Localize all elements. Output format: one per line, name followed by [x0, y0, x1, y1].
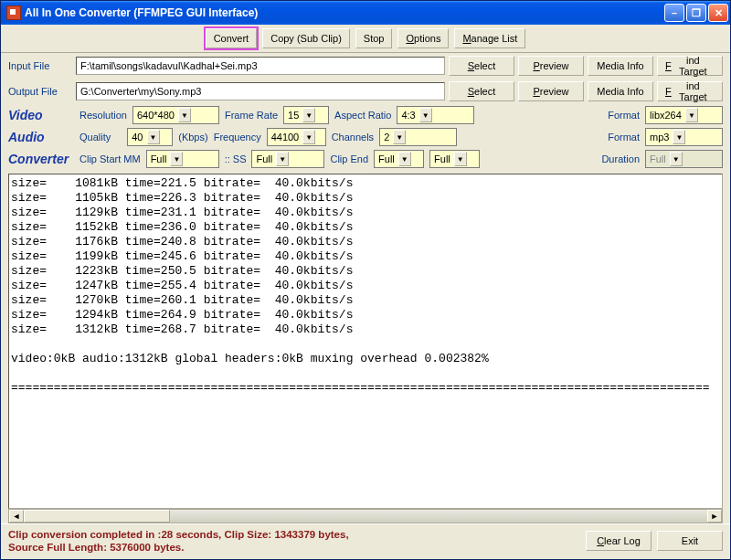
main-toolbar: Convert Copy (Sub Clip) Stop Options Man… [1, 25, 730, 53]
output-file-row: Output File Select Preview Media Info Fi… [1, 79, 730, 104]
clipend-label: Clip End [330, 153, 368, 164]
scroll-thumb[interactable] [24, 510, 170, 523]
clipend-ss-combo[interactable]: Full▼ [429, 150, 480, 168]
framerate-label: Frame Rate [225, 110, 278, 121]
scroll-track[interactable] [24, 510, 707, 523]
output-findtarget-button[interactable]: Find Target [657, 81, 723, 101]
titlebar: All In One Converter (FFMPEG GUI Interfa… [1, 1, 730, 25]
resolution-label: Resolution [79, 110, 127, 121]
window-title: All In One Converter (FFMPEG GUI Interfa… [25, 6, 664, 19]
chevron-down-icon: ▼ [398, 152, 411, 166]
input-select-button[interactable]: Select [449, 56, 514, 76]
status-text: Clip conversion completed in :28 seconds… [8, 528, 580, 554]
footer: Clip conversion completed in :28 seconds… [1, 523, 730, 559]
clipstart-label: Clip Start MM [79, 153, 141, 164]
aspect-combo[interactable]: 4:3▼ [397, 106, 474, 124]
kbps-label: (Kbps) [178, 132, 207, 143]
video-section-label: Video [8, 108, 74, 122]
clipstart-ss-combo[interactable]: Full▼ [251, 150, 324, 168]
log-output[interactable]: size= 1081kB time=221.5 bitrate= 40.0kbi… [8, 174, 723, 509]
input-file-field[interactable] [76, 57, 445, 75]
options-button[interactable]: Options [397, 28, 449, 48]
chevron-down-icon: ▼ [302, 130, 315, 144]
chevron-down-icon: ▼ [670, 152, 683, 166]
stop-button[interactable]: Stop [355, 28, 393, 48]
video-row: Video Resolution 640*480▼ Frame Rate 15▼… [1, 104, 730, 126]
chevron-down-icon: ▼ [147, 130, 160, 144]
input-file-label: Input File [8, 60, 72, 71]
frequency-combo[interactable]: 44100▼ [267, 128, 326, 146]
converter-section-label: Converter [8, 152, 74, 166]
chevron-down-icon: ▼ [673, 130, 685, 144]
output-file-label: Output File [8, 86, 72, 97]
video-format-label: Format [608, 110, 640, 121]
duration-combo[interactable]: Full▼ [645, 150, 723, 168]
chevron-down-icon: ▼ [302, 108, 315, 122]
chevron-down-icon: ▼ [178, 108, 191, 122]
input-findtarget-button[interactable]: Find Target [657, 56, 723, 76]
convert-button[interactable]: Convert [206, 28, 258, 48]
input-file-row: Input File Select Preview Media Info Fin… [1, 53, 730, 79]
output-select-button[interactable]: Select [449, 81, 514, 101]
scroll-right-icon[interactable]: ► [707, 510, 722, 523]
exit-button[interactable]: Exit [657, 531, 723, 551]
copy-subclip-button[interactable]: Copy (Sub Clip) [262, 28, 350, 48]
status-line-2: Source Full Length: 5376000 bytes. [8, 541, 580, 554]
channels-label: Channels [332, 132, 374, 143]
app-window: All In One Converter (FFMPEG GUI Interfa… [0, 0, 731, 560]
chevron-down-icon: ▼ [170, 152, 183, 166]
audio-section-label: Audio [8, 130, 74, 144]
output-mediainfo-button[interactable]: Media Info [588, 81, 653, 101]
output-preview-button[interactable]: Preview [518, 81, 584, 101]
input-mediainfo-button[interactable]: Media Info [588, 56, 653, 76]
close-button[interactable]: ✕ [708, 4, 728, 22]
log-scrollbar[interactable]: ◄ ► [8, 509, 723, 523]
chevron-down-icon: ▼ [393, 130, 406, 144]
status-line-1: Clip conversion completed in :28 seconds… [8, 528, 580, 541]
chevron-down-icon: ▼ [454, 152, 467, 166]
maximize-button[interactable]: ❐ [686, 4, 706, 22]
ss-label: :: SS [225, 153, 247, 164]
audio-row: Audio Quality 40▼ (Kbps) Frequency 44100… [1, 126, 730, 148]
channels-combo[interactable]: 2▼ [379, 128, 457, 146]
clipend-mm-combo[interactable]: Full▼ [374, 150, 424, 168]
aspect-label: Aspect Ratio [334, 110, 391, 121]
app-icon [6, 5, 21, 20]
audio-format-combo[interactable]: mp3▼ [645, 128, 723, 146]
clear-log-button[interactable]: Clear Log [586, 531, 652, 551]
manage-list-button[interactable]: Manage List [454, 28, 525, 48]
output-file-field[interactable] [76, 82, 445, 100]
framerate-combo[interactable]: 15▼ [283, 106, 329, 124]
duration-label: Duration [601, 153, 640, 164]
converter-row: Converter Clip Start MM Full▼ :: SS Full… [1, 148, 730, 170]
chevron-down-icon: ▼ [419, 108, 432, 122]
frequency-label: Frequency [214, 132, 261, 143]
minimize-button[interactable]: – [664, 4, 684, 22]
scroll-left-icon[interactable]: ◄ [9, 510, 24, 523]
quality-label: Quality [79, 132, 111, 143]
video-format-combo[interactable]: libx264▼ [645, 106, 723, 124]
quality-combo[interactable]: 40▼ [127, 128, 173, 146]
input-preview-button[interactable]: Preview [518, 56, 584, 76]
chevron-down-icon: ▼ [276, 152, 289, 166]
audio-format-label: Format [608, 132, 640, 143]
resolution-combo[interactable]: 640*480▼ [132, 106, 219, 124]
clipstart-mm-combo[interactable]: Full▼ [146, 150, 219, 168]
chevron-down-icon: ▼ [685, 108, 698, 122]
